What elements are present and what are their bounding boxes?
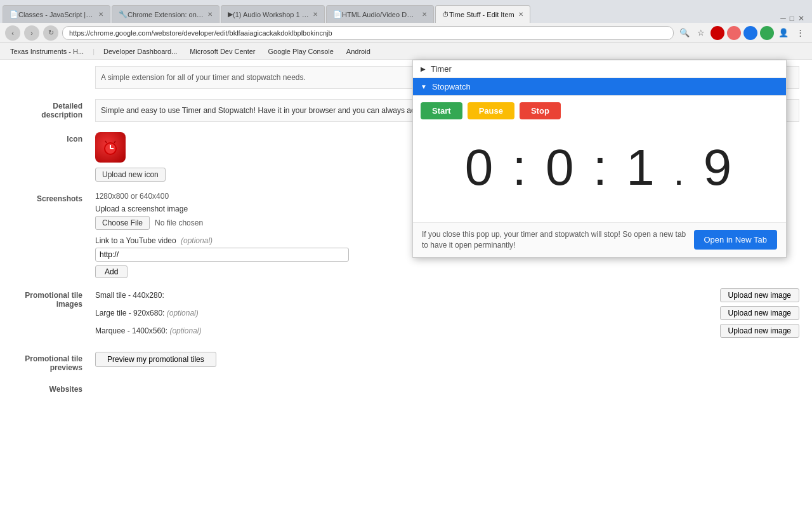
- back-button[interactable]: ‹: [5, 25, 20, 41]
- promo-item-large: Large tile - 920x680: (optional) Upload …: [95, 306, 799, 320]
- tab-label: Classes - JavaScript | MD...: [18, 11, 95, 18]
- upload-icon-button[interactable]: Upload new icon: [95, 168, 166, 182]
- upload-small-button[interactable]: Upload new image: [720, 288, 799, 302]
- tab-classes[interactable]: 📄 Classes - JavaScript | MD... ✕: [3, 5, 110, 23]
- icon-svg: [100, 137, 121, 157]
- tab-close-icon[interactable]: ✕: [98, 11, 103, 18]
- pause-button[interactable]: Pause: [468, 102, 514, 119]
- profile-icon[interactable]: 👤: [776, 26, 790, 40]
- address-input[interactable]: [62, 26, 674, 40]
- promo-preview-label: Promotional tile previews: [13, 352, 95, 372]
- promo-label-line1: Promotional tile: [25, 291, 82, 300]
- display-sep1: :: [512, 139, 528, 196]
- tab-favicon: 📄: [333, 10, 342, 18]
- display-minutes: 0: [546, 139, 577, 196]
- tab-html-audio[interactable]: 📄 HTML Audio/Video DOM... ✕: [326, 5, 434, 23]
- no-file-text: No file chosen: [155, 218, 203, 227]
- tab-chrome-ext[interactable]: 🔧 Chrome Extension: oncli... ✕: [112, 5, 219, 23]
- promo-label-line2: images: [56, 300, 82, 309]
- bookmark-texas[interactable]: Texas Instruments - H...: [5, 46, 89, 57]
- youtube-optional-text: (optional): [181, 236, 213, 245]
- tab-label: Chrome Extension: oncli...: [128, 11, 204, 18]
- websites-row: Websites: [13, 382, 799, 394]
- toolbar-icons: 🔍 ☆ 👤 ⋮: [678, 26, 807, 40]
- promo-preview-label-line2: previews: [50, 363, 82, 372]
- browser-chrome: 📄 Classes - JavaScript | MD... ✕ 🔧 Chrom…: [0, 0, 812, 60]
- websites-field: [95, 382, 799, 394]
- promo-preview-label-line1: Promotional tile: [25, 354, 82, 363]
- upload-large-button[interactable]: Upload new image: [720, 306, 799, 320]
- timer-label: Timer: [431, 64, 452, 74]
- display-hours: 0: [465, 139, 496, 196]
- youtube-label-text: Link to a YouTube video: [95, 236, 176, 245]
- tab-favicon: ▶: [228, 10, 233, 18]
- bookmark-android[interactable]: Android: [341, 46, 376, 57]
- bookmarks-bar: Texas Instruments - H... | Developer Das…: [0, 43, 812, 60]
- websites-label: Websites: [13, 382, 95, 394]
- youtube-input[interactable]: [95, 248, 349, 262]
- promo-label: Promotional tile images: [13, 288, 95, 342]
- bookmark-msdev[interactable]: Microsoft Dev Center: [185, 46, 260, 57]
- upload-marquee-button[interactable]: Upload new image: [720, 324, 799, 338]
- addon3-icon[interactable]: [743, 26, 757, 40]
- icon-preview-image: [95, 132, 126, 163]
- tab-label: (1) Audio Workshop 1 Pl...: [233, 11, 309, 18]
- reload-button[interactable]: ↻: [43, 25, 58, 41]
- promo-item-marquee: Marquee - 1400x560: (optional) Upload ne…: [95, 324, 799, 338]
- stopwatch-arrow-icon: ▼: [421, 83, 427, 90]
- promo-field: Small tile - 440x280: Upload new image L…: [95, 288, 799, 342]
- tab-favicon: ⏱: [442, 11, 449, 18]
- tab-audio-workshop[interactable]: ▶ (1) Audio Workshop 1 Pl... ✕: [221, 5, 325, 23]
- add-youtube-button[interactable]: Add: [95, 265, 128, 278]
- bookmark-sep1: |: [93, 48, 95, 55]
- display-seconds: 1: [626, 139, 657, 196]
- tab-close-icon[interactable]: ✕: [422, 11, 427, 18]
- display-dot: .: [674, 150, 687, 193]
- preview-promo-button[interactable]: Preview my promotional tiles: [95, 352, 216, 367]
- timer-arrow-icon: ▶: [421, 65, 426, 72]
- maximize-button[interactable]: □: [790, 14, 794, 23]
- addon1-icon[interactable]: [710, 26, 724, 40]
- bookmark-google-play[interactable]: Google Play Console: [263, 46, 339, 57]
- address-bar-row: ‹ › ↻ 🔍 ☆ 👤 ⋮: [0, 23, 812, 43]
- stopwatch-popup: ▶ Timer ▼ Stopwatch Start Pause Stop 0 :…: [412, 60, 787, 258]
- promo-row: Promotional tile images Small tile - 440…: [13, 288, 799, 342]
- stop-button[interactable]: Stop: [520, 102, 561, 119]
- tab-close-icon[interactable]: ✕: [207, 11, 213, 18]
- bookmark-devdash[interactable]: Developer Dashboard...: [98, 46, 182, 57]
- addon4-icon[interactable]: [760, 26, 774, 40]
- display-sep2: :: [593, 139, 610, 196]
- popup-footer-text: If you close this pop up, your timer and…: [422, 229, 688, 251]
- addon2-icon[interactable]: [727, 26, 741, 40]
- tab-label: HTML Audio/Video DOM...: [342, 11, 418, 18]
- icon-label: Icon: [13, 132, 95, 182]
- stopwatch-section[interactable]: ▼ Stopwatch: [413, 78, 786, 96]
- description-label: Detailed description: [13, 99, 95, 122]
- promo-marquee-optional: (optional): [169, 326, 201, 335]
- stopwatch-display: 0 : 0 : 1 . 9: [413, 126, 786, 222]
- promo-item-small: Small tile - 440x280: Upload new image: [95, 288, 799, 302]
- start-button[interactable]: Start: [421, 102, 462, 119]
- choose-file-button[interactable]: Choose File: [95, 216, 150, 230]
- promo-preview-field: Preview my promotional tiles: [95, 352, 799, 372]
- promo-small-label: Small tile - 440x280:: [95, 291, 164, 300]
- tab-close-icon[interactable]: ✕: [518, 11, 523, 18]
- minimize-button[interactable]: ─: [780, 14, 786, 23]
- popup-footer: If you close this pop up, your timer and…: [413, 222, 786, 257]
- tab-label: Time Stuff - Edit Item: [449, 11, 514, 18]
- open-in-new-tab-button[interactable]: Open in New Tab: [694, 230, 778, 250]
- timer-section[interactable]: ▶ Timer: [413, 60, 786, 78]
- forward-button[interactable]: ›: [24, 25, 39, 41]
- summary-label: [13, 66, 95, 89]
- search-icon[interactable]: 🔍: [678, 26, 691, 40]
- star-icon[interactable]: ☆: [694, 26, 708, 40]
- tab-bar: 📄 Classes - JavaScript | MD... ✕ 🔧 Chrom…: [0, 0, 812, 23]
- stopwatch-controls: Start Pause Stop: [413, 96, 786, 126]
- stopwatch-label: Stopwatch: [432, 82, 471, 91]
- close-button[interactable]: ✕: [798, 14, 804, 23]
- tab-time-stuff[interactable]: ⏱ Time Stuff - Edit Item ✕: [435, 5, 530, 23]
- tab-close-icon[interactable]: ✕: [313, 11, 318, 18]
- tab-favicon: 📄: [10, 10, 18, 18]
- display-ms: 9: [704, 139, 735, 196]
- menu-icon[interactable]: ⋮: [793, 26, 807, 40]
